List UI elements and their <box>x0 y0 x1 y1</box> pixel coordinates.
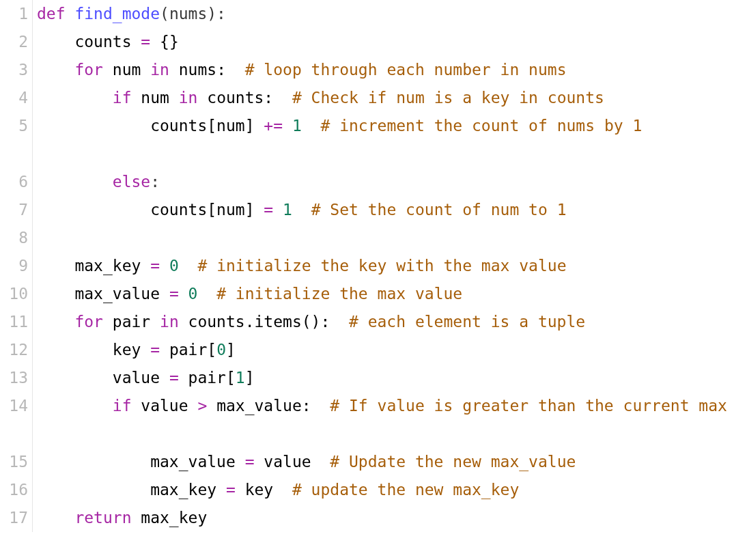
text-token <box>37 509 74 527</box>
number-token: 1 <box>236 369 245 387</box>
text-token: max_key <box>131 509 207 527</box>
comment-token: # loop through each number in nums <box>245 61 567 79</box>
text-token <box>37 173 113 191</box>
code-editor: 1234567891011121314151617 def find_mode(… <box>0 0 747 532</box>
code-line: counts[num] += 1 # increment the count o… <box>37 112 747 168</box>
number-token: 1 <box>283 201 292 219</box>
text-token: pair[ <box>179 369 236 387</box>
code-line <box>37 224 747 252</box>
op-token: = <box>150 341 160 359</box>
text-token <box>197 285 216 303</box>
keyword-token: def <box>37 5 66 23</box>
op-token: += <box>264 117 283 135</box>
line-number: 1 <box>0 0 28 28</box>
line-number: 5 <box>0 112 28 140</box>
code-line: key = pair[0] <box>37 336 747 364</box>
comment-token: # initialize the max value <box>216 285 462 303</box>
code-line: for pair in counts.items(): # each eleme… <box>37 308 747 336</box>
line-number: 15 <box>0 448 28 476</box>
op-token: = <box>169 285 179 303</box>
op-token: = <box>245 453 255 471</box>
text-token: value <box>37 369 169 387</box>
line-number: 14 <box>0 392 28 420</box>
line-number: 16 <box>0 476 28 504</box>
text-token: max_value <box>37 285 169 303</box>
number-token: 0 <box>216 341 226 359</box>
text-token: ] <box>245 369 255 387</box>
op-token: = <box>169 369 179 387</box>
text-token: key <box>37 341 150 359</box>
keyword-token: if <box>113 89 132 107</box>
code-line: if num in counts: # Check if num is a ke… <box>37 84 747 112</box>
line-number: 9 <box>0 252 28 280</box>
text-token <box>66 5 75 23</box>
code-line: for num in nums: # loop through each num… <box>37 56 747 84</box>
punct-token: (nums): <box>160 5 226 23</box>
line-number: 4 <box>0 84 28 112</box>
text-token: max_key <box>37 481 226 499</box>
comment-token: # initialize the key with the max value <box>197 257 566 275</box>
text-token: num <box>103 61 150 79</box>
line-number-continuation <box>0 420 28 448</box>
keyword-token: for <box>74 313 103 331</box>
op-token: = <box>226 481 236 499</box>
line-number: 10 <box>0 280 28 308</box>
code-area: def find_mode(nums): counts = {} for num… <box>33 0 747 532</box>
keyword-token: in <box>150 61 169 79</box>
op-token: = <box>264 201 273 219</box>
op-token: = <box>150 257 160 275</box>
text-token <box>302 117 321 135</box>
text-token: max_key <box>37 257 150 275</box>
line-number: 11 <box>0 308 28 336</box>
text-token: counts.items(): <box>179 313 349 331</box>
op-token: > <box>197 397 207 415</box>
comment-token: # update the new max_key <box>292 481 519 499</box>
text-token: counts[num] <box>37 117 264 135</box>
line-number: 3 <box>0 56 28 84</box>
line-number: 7 <box>0 196 28 224</box>
code-line: max_value = value # Update the new max_v… <box>37 448 747 476</box>
keyword-token: if <box>113 397 132 415</box>
text-token <box>37 313 74 331</box>
text-token <box>37 397 113 415</box>
text-token <box>283 117 292 135</box>
text-token <box>179 257 198 275</box>
comment-token: # Set the count of num to 1 <box>311 201 567 219</box>
code-line: if value > max_value: # If value is grea… <box>37 392 747 448</box>
text-token: num <box>131 89 178 107</box>
line-number: 13 <box>0 364 28 392</box>
code-line: counts = {} <box>37 28 747 56</box>
text-token: max_value <box>37 453 245 471</box>
text-token <box>160 257 169 275</box>
text-token: counts[num] <box>37 201 264 219</box>
text-token: counts: <box>197 89 292 107</box>
number-token: 1 <box>292 117 302 135</box>
code-line: max_key = 0 # initialize the key with th… <box>37 252 747 280</box>
punct-token: : <box>150 173 160 191</box>
line-number-gutter: 1234567891011121314151617 <box>0 0 33 532</box>
code-line: else: <box>37 168 747 196</box>
line-number: 8 <box>0 224 28 252</box>
comment-token: # If value is greater than the current m… <box>330 397 727 415</box>
line-number: 2 <box>0 28 28 56</box>
funcname-token: find_mode <box>74 5 160 23</box>
text-token: {} <box>150 33 179 51</box>
text-token: pair <box>103 313 160 331</box>
text-token: counts <box>37 33 141 51</box>
text-token: pair[ <box>160 341 216 359</box>
text-token: nums: <box>169 61 245 79</box>
comment-token: # Update the new max_value <box>330 453 576 471</box>
line-number: 6 <box>0 168 28 196</box>
op-token: = <box>141 33 150 51</box>
code-line: max_value = 0 # initialize the max value <box>37 280 747 308</box>
code-line: counts[num] = 1 # Set the count of num t… <box>37 196 747 224</box>
code-line: max_key = key # update the new max_key <box>37 476 747 504</box>
text-token: ] <box>226 341 236 359</box>
keyword-token: in <box>160 313 179 331</box>
keyword-token: return <box>74 509 131 527</box>
line-number-continuation <box>0 140 28 168</box>
text-token <box>273 201 283 219</box>
line-number: 12 <box>0 336 28 364</box>
text-token <box>292 201 311 219</box>
comment-token: # each element is a tuple <box>349 313 585 331</box>
